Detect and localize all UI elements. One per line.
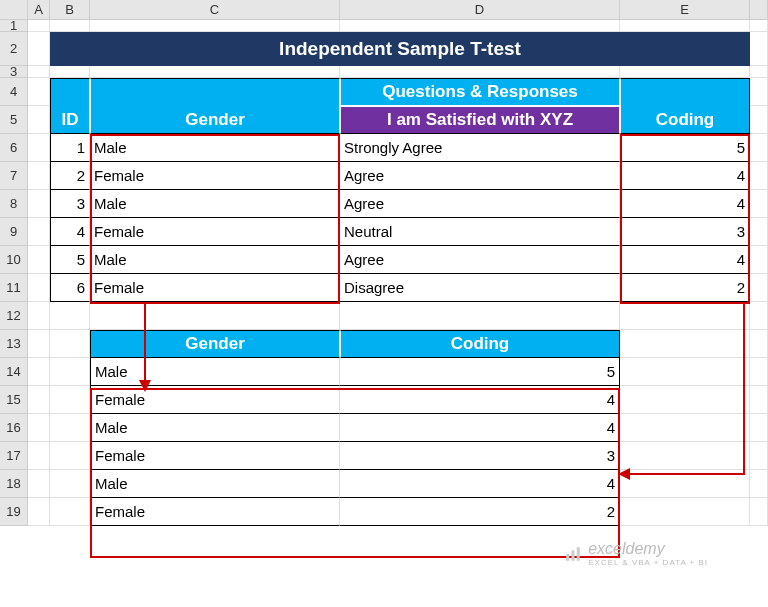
cell[interactable] [750,442,768,470]
row-header[interactable]: 10 [0,246,28,274]
cell[interactable] [750,20,768,32]
cell[interactable] [340,20,620,32]
cell[interactable] [28,106,50,134]
cell[interactable] [750,246,768,274]
row-header[interactable]: 13 [0,330,28,358]
cell[interactable] [28,442,50,470]
cell[interactable] [620,498,750,526]
cell[interactable] [28,190,50,218]
row-header[interactable]: 19 [0,498,28,526]
table1-gender[interactable]: Female [90,274,340,302]
cell[interactable] [90,302,340,330]
table2-code[interactable]: 4 [340,386,620,414]
cell[interactable] [28,162,50,190]
table1-id[interactable]: 4 [50,218,90,246]
cell[interactable] [750,498,768,526]
row-header[interactable]: 6 [0,134,28,162]
table2-gender[interactable]: Female [90,498,340,526]
table1-id[interactable]: 2 [50,162,90,190]
col-header-D[interactable]: D [340,0,620,19]
cell[interactable] [50,414,90,442]
cell[interactable] [620,358,750,386]
row-header[interactable]: 7 [0,162,28,190]
cell[interactable] [620,470,750,498]
row-header[interactable]: 18 [0,470,28,498]
col-header-B[interactable]: B [50,0,90,19]
cell[interactable] [28,218,50,246]
cell[interactable] [28,20,50,32]
row-header[interactable]: 14 [0,358,28,386]
cell[interactable] [50,442,90,470]
cell[interactable] [750,274,768,302]
cell[interactable] [50,66,90,78]
cell[interactable] [28,274,50,302]
table1-id[interactable]: 3 [50,190,90,218]
cell[interactable] [50,20,90,32]
cell[interactable] [750,190,768,218]
cell[interactable] [620,302,750,330]
table2-code[interactable]: 2 [340,498,620,526]
cell[interactable] [28,302,50,330]
row-header[interactable]: 12 [0,302,28,330]
table1-code[interactable]: 5 [620,134,750,162]
cell[interactable] [750,470,768,498]
table1-gender[interactable]: Female [90,162,340,190]
cell[interactable] [620,20,750,32]
cell[interactable] [28,470,50,498]
row-header[interactable]: 9 [0,218,28,246]
cell[interactable] [28,386,50,414]
table2-code[interactable]: 4 [340,470,620,498]
table1-code[interactable]: 2 [620,274,750,302]
cell[interactable] [620,386,750,414]
cell[interactable] [28,414,50,442]
cell[interactable] [50,498,90,526]
cell[interactable] [90,66,340,78]
table1-code[interactable]: 4 [620,246,750,274]
table1-resp[interactable]: Agree [340,246,620,274]
table1-resp[interactable]: Disagree [340,274,620,302]
col-header-C[interactable]: C [90,0,340,19]
table1-code[interactable]: 3 [620,218,750,246]
row-header[interactable]: 8 [0,190,28,218]
table2-gender[interactable]: Male [90,470,340,498]
cell[interactable] [50,330,90,358]
cell[interactable] [750,78,768,106]
table2-gender[interactable]: Female [90,442,340,470]
row-header[interactable]: 3 [0,66,28,78]
row-header[interactable]: 5 [0,106,28,134]
cell[interactable] [28,78,50,106]
select-all-corner[interactable] [0,0,28,19]
cell[interactable] [28,66,50,78]
table1-resp[interactable]: Neutral [340,218,620,246]
cell[interactable] [28,358,50,386]
cell[interactable] [750,302,768,330]
row-header[interactable]: 4 [0,78,28,106]
cell[interactable] [620,66,750,78]
table2-code[interactable]: 3 [340,442,620,470]
cell[interactable] [750,386,768,414]
table1-id[interactable]: 5 [50,246,90,274]
cell[interactable] [620,330,750,358]
cell[interactable] [28,32,50,66]
table1-gender[interactable]: Male [90,190,340,218]
table1-code[interactable]: 4 [620,162,750,190]
table1-resp[interactable]: Agree [340,162,620,190]
cell[interactable] [28,498,50,526]
row-header[interactable]: 15 [0,386,28,414]
cell[interactable] [750,32,768,66]
table2-code[interactable]: 4 [340,414,620,442]
table2-gender[interactable]: Male [90,358,340,386]
row-header[interactable]: 16 [0,414,28,442]
table2-gender[interactable]: Female [90,386,340,414]
table1-id[interactable]: 6 [50,274,90,302]
cell[interactable] [50,302,90,330]
cell[interactable] [50,470,90,498]
cell[interactable] [750,162,768,190]
table1-gender[interactable]: Male [90,246,340,274]
cell[interactable] [620,442,750,470]
cell[interactable] [750,414,768,442]
cell[interactable] [750,134,768,162]
col-header-F[interactable] [750,0,768,19]
cell[interactable] [620,414,750,442]
row-header[interactable]: 1 [0,20,28,32]
